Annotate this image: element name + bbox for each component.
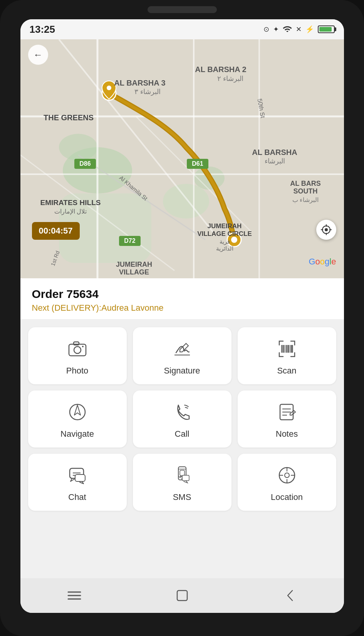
svg-text:AL BARS: AL BARS	[290, 180, 321, 187]
map-svg: AL BARSHA 2 البرشاء ٢ AL BARSHA 3 البرشا…	[20, 39, 344, 278]
camera-icon	[67, 338, 88, 360]
svg-text:البرشاء ٣: البرشاء ٣	[134, 88, 160, 96]
nav-menu-button[interactable]	[63, 584, 86, 607]
chat-label: Chat	[68, 492, 86, 502]
signal-x-icon: ✕	[296, 25, 302, 34]
chevron-left-icon	[285, 589, 295, 602]
svg-text:AL BARSHA 2: AL BARSHA 2	[195, 65, 246, 74]
svg-point-19	[231, 237, 237, 243]
notes-label: Notes	[276, 429, 298, 439]
barcode-icon	[276, 338, 298, 360]
square-icon	[176, 589, 189, 602]
svg-rect-92	[177, 591, 187, 601]
map-canvas: AL BARSHA 2 البرشاء ٢ AL BARSHA 3 البرشا…	[20, 39, 344, 278]
sms-button[interactable]: SMS	[133, 454, 231, 511]
navigate-label: Navigate	[60, 429, 94, 439]
scan-button[interactable]: Scan	[238, 327, 336, 384]
google-logo: Google	[309, 257, 336, 267]
wifi-icon	[283, 25, 292, 34]
navigate-button[interactable]: Navigate	[28, 390, 127, 448]
location-button[interactable]: Location	[238, 454, 336, 511]
svg-text:JUMEIRAH: JUMEIRAH	[207, 222, 242, 230]
svg-point-17	[107, 86, 111, 90]
order-subtitle: Next (DELIVERY):Audrea Lavonne	[32, 303, 332, 313]
scan-label: Scan	[277, 366, 296, 376]
battery-fill	[319, 27, 332, 32]
status-icons: ⊙ ✦ ✕ ⚡	[263, 25, 335, 34]
notes-icon	[276, 401, 298, 423]
sms-icon	[171, 464, 193, 486]
chat-icon	[67, 464, 88, 486]
location-icon	[276, 464, 298, 486]
location-signal-icon: ⊙	[263, 25, 269, 34]
map-area: AL BARSHA 2 البرشاء ٢ AL BARSHA 3 البرشا…	[20, 39, 344, 278]
svg-rect-55	[74, 342, 79, 345]
notch	[148, 6, 217, 13]
svg-rect-81	[180, 470, 185, 476]
phone-icon	[171, 401, 193, 423]
svg-point-56	[82, 346, 84, 347]
svg-point-84	[285, 473, 289, 478]
action-grid: Photo Signature	[28, 327, 336, 511]
back-button[interactable]: ←	[28, 45, 48, 65]
svg-point-67	[70, 404, 85, 420]
photo-button[interactable]: Photo	[28, 327, 127, 384]
location-label: Location	[271, 492, 303, 502]
svg-text:JUMEIRAH: JUMEIRAH	[116, 261, 152, 268]
svg-text:THE GREENS: THE GREENS	[43, 113, 93, 122]
bottom-nav	[20, 578, 344, 613]
svg-text:البرشاء: البرشاء	[264, 157, 285, 165]
svg-text:VILLAGE CIRCLE: VILLAGE CIRCLE	[197, 230, 252, 237]
order-title: Order 75634	[32, 288, 332, 301]
screen: 13:25 ⊙ ✦ ✕ ⚡	[20, 19, 344, 613]
svg-text:D61: D61	[192, 160, 203, 167]
status-bar: 13:25 ⊙ ✦ ✕ ⚡	[20, 19, 344, 39]
svg-rect-82	[182, 475, 189, 481]
call-label: Call	[175, 429, 190, 439]
signature-label: Signature	[164, 366, 200, 376]
nav-back-button[interactable]	[278, 584, 302, 607]
svg-marker-68	[74, 405, 81, 415]
bluetooth-icon: ✦	[273, 25, 279, 34]
timer-badge: 00:04:57	[32, 222, 80, 240]
svg-rect-76	[75, 474, 85, 481]
svg-point-4	[163, 184, 209, 219]
order-info: Order 75634 Next (DELIVERY):Audrea Lavon…	[20, 278, 344, 320]
crosshair-button[interactable]	[316, 220, 336, 240]
svg-text:VILLAGE: VILLAGE	[119, 268, 149, 276]
svg-text:D86: D86	[79, 160, 91, 167]
svg-point-2	[59, 134, 97, 161]
signature-icon	[171, 338, 193, 360]
photo-label: Photo	[66, 366, 89, 376]
svg-text:البرشاء ب: البرشاء ب	[292, 197, 318, 204]
crosshair-icon	[320, 224, 332, 236]
call-button[interactable]: Call	[133, 390, 231, 448]
signature-button[interactable]: Signature	[133, 327, 231, 384]
svg-text:SOUTH: SOUTH	[293, 187, 317, 195]
battery-indicator	[318, 25, 335, 33]
phone-frame: 13:25 ⊙ ✦ ✕ ⚡	[0, 0, 364, 636]
lightning-icon: ⚡	[305, 25, 314, 34]
action-grid-container: Photo Signature	[20, 320, 344, 578]
status-time: 13:25	[30, 24, 55, 35]
hamburger-icon	[67, 590, 81, 601]
nav-home-button[interactable]	[171, 584, 194, 607]
notes-button[interactable]: Notes	[238, 390, 336, 448]
svg-point-48	[325, 228, 328, 231]
sms-label: SMS	[173, 492, 191, 502]
svg-text:D72: D72	[124, 237, 135, 244]
svg-text:قرية: قرية	[219, 238, 230, 245]
svg-text:الدائرية: الدائرية	[216, 245, 233, 252]
svg-text:EMIRATES HILLS: EMIRATES HILLS	[40, 199, 101, 207]
notch-bar	[0, 0, 364, 19]
svg-point-54	[74, 347, 81, 353]
chat-button[interactable]: Chat	[28, 454, 127, 511]
svg-rect-53	[69, 344, 86, 356]
svg-text:البرشاء ٢: البرشاء ٢	[217, 75, 243, 83]
navigate-icon	[67, 401, 88, 423]
svg-text:تلال الإمارات: تلال الإمارات	[54, 208, 86, 215]
svg-text:AL BARSHA 3: AL BARSHA 3	[114, 79, 165, 87]
svg-text:AL BARSHA: AL BARSHA	[252, 148, 297, 156]
